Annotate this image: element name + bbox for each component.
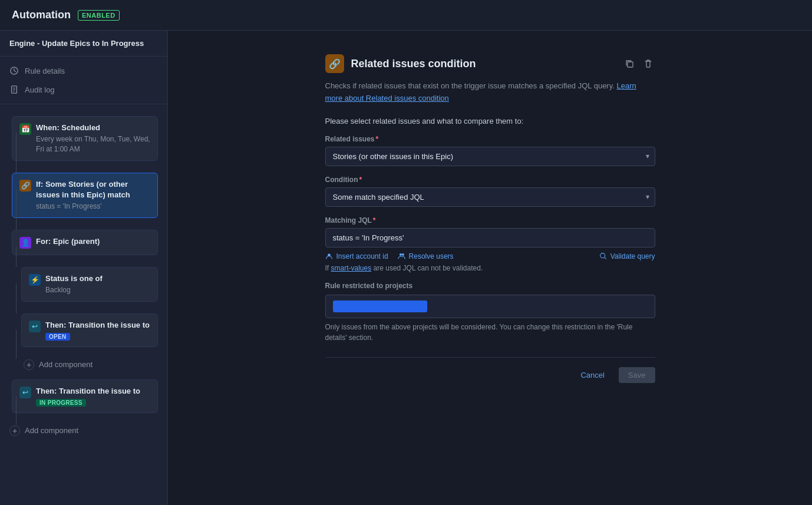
add-icon-1: +: [24, 359, 34, 370]
panel-icon: 🔗: [325, 54, 344, 73]
condition-block[interactable]: 🔗 If: Some Stories (or other issues in t…: [12, 173, 158, 218]
required-asterisk-3: *: [373, 216, 376, 225]
input-actions: Insert account id Resolve users: [325, 252, 655, 260]
add-component-1[interactable]: + Add component: [0, 354, 167, 375]
action-open-title: Then: Transition the issue to: [45, 320, 150, 331]
doc-icon: [9, 85, 19, 94]
projects-section: Rule restricted to projects Only issues …: [325, 282, 655, 343]
branch-block[interactable]: 👤 For: Epic (parent): [12, 230, 158, 255]
person-icon: 👤: [19, 237, 31, 249]
cancel-button[interactable]: Cancel: [571, 367, 613, 383]
open-tag: OPEN: [45, 333, 70, 341]
related-issues-select[interactable]: Stories (or other issues in this Epic) L…: [325, 147, 655, 166]
in-progress-tag: IN PROGRESS: [36, 399, 86, 407]
condition-select-wrapper: Some match specified JQL All match speci…: [325, 187, 655, 207]
panel-header: 🔗 Related issues condition: [325, 54, 655, 73]
status-condition-subtitle: Backlog: [45, 285, 103, 295]
action-open-block[interactable]: ↩ Then: Transition the issue to OPEN: [21, 313, 158, 347]
timeline-trigger[interactable]: 📅 When: Scheduled Every week on Thu, Mon…: [0, 111, 167, 166]
nav-item-rule-details[interactable]: Rule details: [0, 61, 167, 80]
content-area: 🔗 Related issues condition: [168, 31, 812, 505]
condition-panel: 🔗 Related issues condition: [325, 54, 655, 383]
trigger-title: When: Scheduled: [36, 123, 150, 133]
add-component-label-2: Add component: [25, 426, 78, 435]
required-asterisk-1: *: [376, 135, 379, 143]
timeline-action-open[interactable]: ↩ Then: Transition the issue to OPEN: [0, 309, 167, 352]
condition-title: If: Some Stories (or other issues in thi…: [36, 179, 150, 200]
timeline-branch[interactable]: 👤 For: Epic (parent): [0, 225, 167, 260]
delete-button[interactable]: [641, 57, 655, 71]
main-layout: Engine - Update Epics to In Progress Rul…: [0, 31, 812, 505]
required-asterisk-2: *: [359, 176, 362, 184]
transition-icon-2: ↩: [19, 387, 31, 398]
condition-subtitle: status = 'In Progress': [36, 202, 150, 212]
timeline-status-condition[interactable]: ⚡ Status is one of Backlog: [0, 262, 167, 306]
projects-input-area[interactable]: [325, 295, 655, 318]
calendar-icon: 📅: [19, 123, 31, 135]
trigger-subtitle: Every week on Thu, Mon, Tue, Wed, Fri at…: [36, 134, 150, 154]
jql-label: Matching JQL *: [325, 216, 655, 225]
rule-name: Engine - Update Epics to In Progress: [0, 31, 167, 57]
add-component-2[interactable]: + Add component: [0, 420, 167, 441]
resolve-users-link[interactable]: Resolve users: [398, 252, 454, 260]
timeline-action-progress[interactable]: ↩ Then: Transition the issue to IN PROGR…: [0, 375, 167, 418]
copy-button[interactable]: [622, 57, 636, 71]
project-tag: [333, 301, 427, 312]
panel-actions: [622, 57, 655, 71]
action-progress-block[interactable]: ↩ Then: Transition the issue to IN PROGR…: [12, 379, 158, 413]
sidebar-nav: Rule details Audit log: [0, 57, 167, 104]
projects-note: Only issues from the above projects will…: [325, 322, 655, 343]
related-issues-select-wrapper: Stories (or other issues in this Epic) L…: [325, 147, 655, 166]
timeline-condition[interactable]: 🔗 If: Some Stories (or other issues in t…: [0, 168, 167, 223]
condition-group: Condition * Some match specified JQL All…: [325, 176, 655, 207]
clock-icon: [9, 66, 19, 75]
condition-label: Condition *: [325, 176, 655, 184]
action-progress-title: Then: Transition the issue to: [36, 386, 140, 397]
transition-icon: ↩: [29, 321, 41, 332]
related-issues-group: Related issues * Stories (or other issue…: [325, 135, 655, 166]
svg-rect-5: [628, 62, 633, 67]
projects-label: Rule restricted to projects: [325, 282, 655, 290]
smart-values-link[interactable]: smart-values: [331, 264, 372, 272]
sidebar: Engine - Update Epics to In Progress Rul…: [0, 31, 168, 505]
condition-select[interactable]: Some match specified JQL All match speci…: [325, 187, 655, 207]
jql-group: Matching JQL * Insert account id: [325, 216, 655, 272]
branch-title: For: Epic (parent): [36, 236, 100, 247]
panel-description: Checks if related issues that exist on t…: [325, 80, 655, 105]
status-condition-block[interactable]: ⚡ Status is one of Backlog: [21, 267, 158, 302]
svg-point-9: [600, 253, 605, 258]
rule-details-label: Rule details: [25, 67, 65, 75]
enabled-badge: ENABLED: [78, 10, 120, 21]
audit-log-label: Audit log: [25, 85, 55, 94]
svg-point-8: [401, 253, 404, 256]
svg-point-7: [399, 253, 401, 256]
add-component-label-1: Add component: [39, 360, 93, 369]
app-header: Automation ENABLED: [0, 0, 812, 31]
trigger-block[interactable]: 📅 When: Scheduled Every week on Thu, Mon…: [12, 116, 158, 161]
add-icon-2: +: [9, 425, 20, 436]
validate-query-link[interactable]: Validate query: [599, 252, 655, 260]
smart-values-note: If smart-values are used JQL can not be …: [325, 264, 655, 272]
panel-title: Related issues condition: [351, 58, 615, 70]
form-footer: Cancel Save: [325, 357, 655, 383]
status-condition-title: Status is one of: [45, 273, 103, 284]
input-actions-left: Insert account id Resolve users: [325, 252, 454, 260]
related-issues-label: Related issues *: [325, 135, 655, 143]
timeline: 📅 When: Scheduled Every week on Thu, Mon…: [0, 104, 167, 448]
nav-item-audit-log[interactable]: Audit log: [0, 80, 167, 99]
status-icon: ⚡: [29, 274, 41, 286]
link-icon: 🔗: [19, 180, 31, 192]
panel-subtitle: Please select related issues and what to…: [325, 117, 655, 126]
jql-input[interactable]: [325, 228, 655, 247]
insert-account-id-link[interactable]: Insert account id: [325, 252, 388, 260]
save-button[interactable]: Save: [619, 367, 655, 383]
app-title: Automation: [12, 9, 71, 21]
